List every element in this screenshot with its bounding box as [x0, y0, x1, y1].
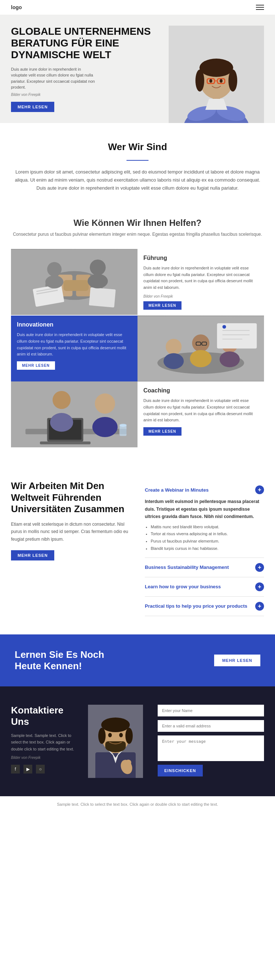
accordion-header-3[interactable]: Practical tips to help you price your pr…	[145, 602, 264, 611]
svg-point-28	[88, 274, 108, 288]
accordion-plus-3[interactable]: +	[255, 602, 264, 611]
svg-point-14	[220, 79, 222, 83]
accordion-list-item: Tortor at risus viverra adipiscing at in…	[151, 530, 264, 538]
coaching-title: Coaching	[143, 387, 258, 394]
contact-title: Kontaktiere Uns	[11, 705, 77, 727]
svg-point-7	[200, 59, 233, 77]
accordion-title-2: Learn how to grow your business	[145, 584, 221, 589]
fuehrung-image	[11, 249, 138, 315]
instagram-icon[interactable]: ○	[36, 765, 45, 773]
help-section: Wie Können Wir Ihnen Helfen? Consectetur…	[0, 203, 275, 462]
hero-title: GLOBALE UNTERNEHMENS BERATUNG FÜR EINE D…	[11, 25, 161, 61]
svg-marker-4	[205, 99, 227, 110]
svg-point-27	[90, 259, 106, 275]
youtube-icon[interactable]: ▶	[24, 765, 32, 773]
universities-section: Wir Arbeiten Mit Den Weltweit Führenden …	[0, 462, 275, 634]
contact-message-textarea[interactable]	[158, 735, 264, 761]
contact-email-input[interactable]	[158, 720, 264, 732]
fuehrung-cta-button[interactable]: MEHR LESEN	[143, 301, 182, 310]
svg-point-35	[190, 350, 211, 367]
accordion-title-0: Create a Webinar in Minutes	[145, 487, 209, 493]
contact-section: Kontaktiere Uns Sample text. Sample text…	[0, 686, 275, 796]
svg-point-25	[47, 262, 62, 277]
contact-submit-button[interactable]: EINSCHICKEN	[158, 765, 203, 776]
navbar: logo	[0, 0, 275, 14]
svg-point-33	[163, 353, 184, 369]
accordion-bold-text-0: Interdum velit euismod in pellentesque m…	[145, 498, 264, 520]
innovationen-card: Innovationen Duis aute irure dolor in re…	[11, 315, 138, 382]
svg-point-52	[95, 393, 115, 414]
svg-point-32	[166, 339, 182, 355]
logo: logo	[11, 5, 22, 10]
contact-credit: Bilder von Freepik	[11, 756, 77, 760]
accordion-item-3: Practical tips to help you price your pr…	[145, 597, 264, 616]
innovationen-image	[138, 315, 264, 382]
wer-wir-sind-section: Wer Wir Sind Lorem ipsum dolor sit amet,…	[0, 123, 275, 203]
contact-person	[88, 705, 147, 778]
hero-woman-image	[169, 25, 264, 123]
hero-description: Duis aute irure dolor in reprehenderit i…	[11, 66, 95, 91]
accordion-header-0[interactable]: Create a Webinar in Minutes +	[145, 485, 264, 494]
svg-point-37	[220, 352, 240, 367]
accordion-plus-1[interactable]: +	[255, 563, 264, 572]
accordion-item-2: Learn how to grow your business +	[145, 578, 264, 597]
fuehrung-title: Führung	[143, 255, 258, 261]
svg-point-73	[125, 760, 131, 765]
accordion-list-item: Mattis nunc sed blandit libero volutpat.	[151, 523, 264, 531]
coaching-card: Coaching Duis aute irure dolor in repreh…	[138, 382, 264, 447]
accordion-content-0: Interdum velit euismod in pellentesque m…	[145, 494, 264, 552]
coaching-image	[11, 382, 138, 447]
contact-text: Sample text. Sample text. Click to selec…	[11, 732, 77, 752]
svg-point-70	[119, 733, 123, 737]
hero-cta-button[interactable]: MEHR LESEN	[11, 102, 54, 112]
accordion-title-3: Practical tips to help you price your pr…	[145, 603, 248, 609]
accordion-plus-2[interactable]: +	[255, 582, 264, 591]
accordion-header-1[interactable]: Business Sustainability Management +	[145, 563, 264, 572]
svg-rect-51	[40, 441, 91, 444]
contact-person-image	[88, 705, 143, 778]
svg-point-45	[222, 325, 226, 329]
coaching-cta-button[interactable]: MEHR LESEN	[143, 427, 182, 436]
svg-rect-24	[89, 287, 116, 307]
universities-cta-button[interactable]: MEHR LESEN	[11, 550, 54, 560]
svg-point-8	[195, 70, 204, 92]
facebook-icon[interactable]: f	[11, 765, 20, 773]
coaching-text: Duis aute irure dolor in reprehenderit i…	[143, 398, 258, 423]
hamburger-menu[interactable]	[256, 5, 264, 10]
social-icons: f ▶ ○	[11, 765, 77, 773]
svg-point-9	[229, 70, 237, 92]
cta-button[interactable]: MEHR LESEN	[214, 655, 260, 666]
svg-point-53	[93, 417, 118, 437]
accordion-title-1: Business Sustainability Management	[145, 565, 229, 570]
hero-image	[161, 25, 264, 112]
contact-form: EINSCHICKEN	[158, 705, 264, 778]
accordion-item-1: Business Sustainability Management +	[145, 558, 264, 578]
wer-wir-sind-text: Lorem ipsum dolor sit amet, consectetur …	[13, 168, 262, 192]
fuehrung-text: Duis aute irure dolor in reprehenderit i…	[143, 265, 258, 291]
accordion-header-2[interactable]: Learn how to grow your business +	[145, 582, 264, 591]
svg-point-55	[50, 413, 73, 432]
universities-right: Create a Webinar in Minutes + Interdum v…	[145, 480, 264, 616]
svg-point-69	[108, 733, 112, 737]
accordion-list-item: Blandit turpis cursus in hac habitasse.	[151, 545, 264, 552]
contact-info: Kontaktiere Uns Sample text. Sample text…	[11, 705, 77, 778]
accordion-list-item: Purus ut faucibus pulvinar elementum.	[151, 538, 264, 545]
accordion-plus-0[interactable]: +	[255, 485, 264, 494]
svg-point-65	[98, 728, 106, 744]
footer-text: Sample text. Click to select the text bo…	[6, 802, 269, 807]
svg-point-26	[45, 275, 64, 288]
hero-section: GLOBALE UNTERNEHMENS BERATUNG FÜR EINE D…	[0, 14, 275, 123]
help-title: Wie Können Wir Ihnen Helfen?	[11, 218, 264, 228]
fuehrung-card: Führung Duis aute irure dolor in reprehe…	[138, 249, 264, 315]
wer-wir-sind-title: Wer Wir Sind	[11, 141, 264, 153]
innovationen-cta-button[interactable]: MEHR LESEN	[17, 361, 55, 370]
innovationen-text: Duis aute irure dolor in reprehenderit i…	[17, 332, 132, 357]
hero-content: GLOBALE UNTERNEHMENS BERATUNG FÜR EINE D…	[11, 25, 161, 112]
svg-point-57	[120, 424, 127, 427]
footer: Sample text. Click to select the text bo…	[0, 796, 275, 812]
innovationen-title: Innovationen	[17, 321, 132, 328]
svg-point-54	[53, 391, 70, 409]
cta-title: Lernen Sie Es Noch Heute Kennen!	[15, 649, 125, 672]
contact-name-input[interactable]	[158, 705, 264, 716]
accordion-item-0: Create a Webinar in Minutes + Interdum v…	[145, 480, 264, 558]
